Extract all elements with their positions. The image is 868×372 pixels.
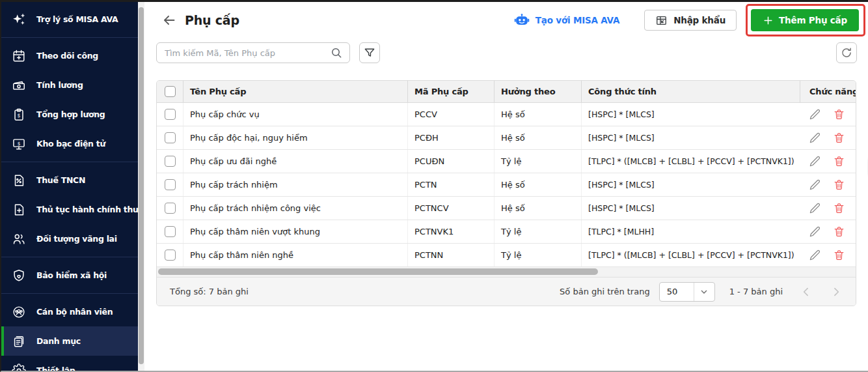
row-checkbox[interactable] [165,156,176,167]
edit-icon[interactable] [809,179,821,191]
search-input[interactable] [157,48,330,58]
allowance-formula-cell: [HSPC] * [MLCS] [581,126,800,149]
sidebar-nav: Trợ lý số MISA AVA Theo dõi công Tính lư… [1,5,138,371]
tax-document-icon [12,173,26,188]
edit-icon[interactable] [809,202,821,214]
edit-icon[interactable] [809,249,821,261]
allowance-name-cell: Phụ cấp thâm niên nghề [183,244,407,266]
edit-icon[interactable] [809,132,821,144]
sidebar-item-3[interactable]: $ Tổng hợp lương [1,100,138,129]
row-checkbox[interactable] [165,203,176,214]
sidebar-scrollbar[interactable] [138,2,144,371]
add-allowance-button[interactable]: Thêm Phụ cấp [751,9,859,31]
delete-icon[interactable] [833,179,845,191]
edit-icon[interactable] [809,108,821,121]
column-header-formula[interactable]: Công thức tính [581,81,800,102]
page-size-select[interactable]: 50 [659,282,715,302]
delete-icon[interactable] [833,249,845,261]
column-header-code[interactable]: Mã Phụ cấp [407,81,494,102]
sidebar-item-11[interactable]: Thiết lập [1,356,138,371]
allowance-code-cell: PCTNVK1 [407,220,494,243]
record-range-label: 1 - 7 bản ghi [729,287,783,296]
monitor-dollar-icon: $ [12,137,26,151]
horizontal-scrollbar-thumb[interactable] [158,268,598,275]
sidebar-item-0[interactable]: Trợ lý số MISA AVA [1,5,138,34]
plus-icon [763,15,774,26]
main-content: Phụ cấp Tạo với MISA AVA Nhập khẩu [144,2,868,371]
row-checkbox[interactable] [165,109,176,120]
allowance-formula-cell: [TLPC] * [MLHH] [581,220,800,243]
edit-icon[interactable] [809,155,821,167]
table-row: Phụ cấp thâm niên vượt khung PCTNVK1 Tỷ … [157,220,856,244]
pagination: Số bản ghi trên trang 50 1 - 7 bản ghi [560,282,843,302]
allowance-name-cell: Phụ cấp trách nhiệm công việc [183,197,407,220]
table-row: Phụ cấp trách nhiệm công việc PCTNCV Hệ … [157,197,856,220]
table-row: Phụ cấp trách nhiệm PCTN Hệ số [HSPC] * … [157,173,856,197]
toolbar [156,42,856,63]
import-icon [655,14,668,27]
refresh-icon [840,46,853,59]
select-all-checkbox[interactable] [165,86,176,97]
delete-icon[interactable] [833,132,845,144]
sidebar-item-2[interactable]: Tính lương [1,70,138,100]
allowance-name-cell: Phụ cấp ưu đãi nghề [183,150,407,173]
next-page-button[interactable] [830,285,843,298]
row-checkbox[interactable] [165,226,176,237]
horizontal-scrollbar[interactable] [157,267,856,277]
row-checkbox[interactable] [165,132,176,143]
search-icon[interactable] [330,46,343,59]
clipboard-dollar-icon: $ [12,107,26,122]
delete-icon[interactable] [833,155,845,167]
filter-button[interactable] [359,42,380,63]
create-with-ava-label: Tạo với MISA AVA [536,15,619,25]
allowance-formula-cell: [HSPC] * [MLCS] [581,173,800,196]
column-header-name[interactable]: Tên Phụ cấp [183,81,407,102]
catalog-icon [12,334,26,349]
allowance-name-cell: Phụ cấp thâm niên vượt khung [183,220,407,243]
create-with-ava-link[interactable]: Tạo với MISA AVA [513,12,619,29]
table-footer: Tổng số: 7 bản ghi Số bản ghi trên trang… [157,277,856,306]
import-button[interactable]: Nhập khẩu [644,10,737,31]
allowance-basis-cell: Tỷ lệ [494,220,581,243]
refresh-button[interactable] [836,42,857,63]
total-records-label: Tổng số: 7 bản ghi [170,287,249,296]
delete-icon[interactable] [833,225,845,238]
table-body: Phụ cấp chức vụ PCCV Hệ số [HSPC] * [MLC… [157,103,856,267]
money-icon [12,78,26,93]
column-header-actions: Chức năng [800,81,856,102]
allowance-name-cell: Phụ cấp chức vụ [183,103,407,126]
gear-icon [12,364,26,371]
allowance-code-cell: PCCV [407,103,494,126]
column-header-basis[interactable]: Hưởng theo [494,81,581,102]
row-checkbox[interactable] [165,250,176,261]
prev-page-button[interactable] [800,285,813,298]
allowance-code-cell: PCUĐN [407,150,494,173]
row-checkbox[interactable] [165,179,176,190]
sidebar-item-8[interactable]: Bảo hiểm xã hội [1,261,138,290]
sidebar-scrollbar-thumb[interactable] [139,7,144,364]
calendar-plus-icon [12,49,26,63]
allowance-basis-cell: Hệ số [494,197,581,220]
sidebar-item-4[interactable]: $ Kho bạc điện tử [1,129,138,158]
allowance-basis-cell: Tỷ lệ [494,244,581,266]
sidebar-item-7[interactable]: Đối tượng vãng lai [1,224,138,253]
sidebar-item-9[interactable]: Cán bộ nhân viên [1,297,138,326]
allowance-formula-cell: [TLPC] * ([MLCB] + [CLBL] + [PCCV] + [PC… [581,244,800,266]
delete-icon[interactable] [833,202,845,214]
allowance-formula-cell: [HSPC] * [MLCS] [581,197,800,220]
page-title: Phụ cấp [185,13,239,27]
delete-icon[interactable] [833,108,845,121]
allowance-basis-cell: Hệ số [494,126,581,149]
sidebar-item-10[interactable]: Danh mục [1,326,138,356]
back-arrow-icon[interactable] [161,12,177,28]
edit-icon[interactable] [809,225,821,238]
allowance-code-cell: PCTNCV [407,197,494,220]
svg-text:$: $ [18,140,21,146]
people-icon [12,232,26,246]
page-size-label: Số bản ghi trên trang [560,287,650,296]
page-header: Phụ cấp Tạo với MISA AVA Nhập khẩu [156,7,856,33]
chevron-down-icon [694,283,714,301]
sidebar-item-1[interactable]: Theo dõi công [1,41,138,70]
sidebar-item-6[interactable]: Thủ tục hành chính thuế [1,195,138,224]
sidebar-item-5[interactable]: Thuế TNCN [1,165,138,195]
